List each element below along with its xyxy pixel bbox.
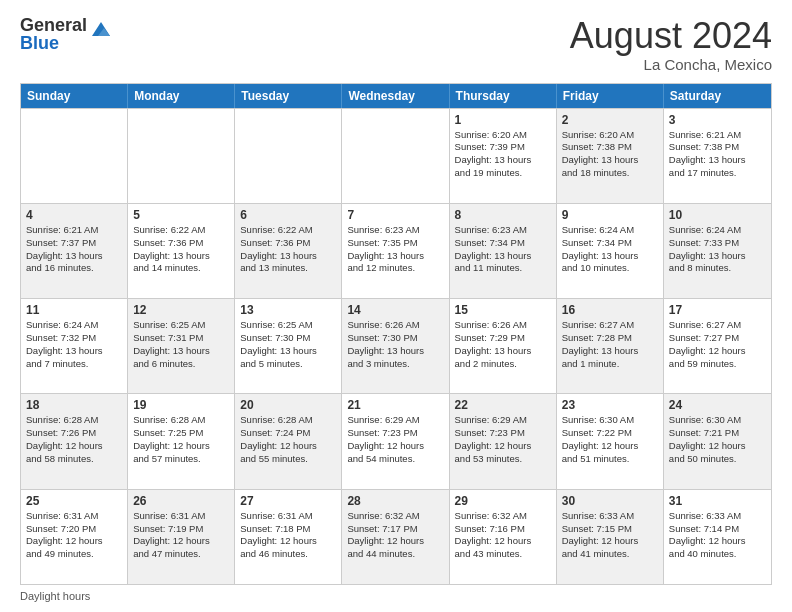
- day-info: Sunrise: 6:24 AM Sunset: 7:33 PM Dayligh…: [669, 224, 766, 275]
- cal-cell: 16Sunrise: 6:27 AM Sunset: 7:28 PM Dayli…: [557, 299, 664, 393]
- day-info: Sunrise: 6:28 AM Sunset: 7:25 PM Dayligh…: [133, 414, 229, 465]
- day-number: 17: [669, 303, 766, 317]
- cal-header-thursday: Thursday: [450, 84, 557, 108]
- day-number: 5: [133, 208, 229, 222]
- cal-row-1: 4Sunrise: 6:21 AM Sunset: 7:37 PM Daylig…: [21, 203, 771, 298]
- calendar-header-row: SundayMondayTuesdayWednesdayThursdayFrid…: [21, 84, 771, 108]
- title-area: August 2024 La Concha, Mexico: [570, 16, 772, 73]
- day-number: 20: [240, 398, 336, 412]
- cal-cell: 17Sunrise: 6:27 AM Sunset: 7:27 PM Dayli…: [664, 299, 771, 393]
- cal-cell: 30Sunrise: 6:33 AM Sunset: 7:15 PM Dayli…: [557, 490, 664, 584]
- cal-header-sunday: Sunday: [21, 84, 128, 108]
- cal-cell: 29Sunrise: 6:32 AM Sunset: 7:16 PM Dayli…: [450, 490, 557, 584]
- day-info: Sunrise: 6:24 AM Sunset: 7:32 PM Dayligh…: [26, 319, 122, 370]
- main-title: August 2024: [570, 16, 772, 56]
- day-number: 26: [133, 494, 229, 508]
- day-number: 23: [562, 398, 658, 412]
- calendar: SundayMondayTuesdayWednesdayThursdayFrid…: [20, 83, 772, 585]
- cal-row-4: 25Sunrise: 6:31 AM Sunset: 7:20 PM Dayli…: [21, 489, 771, 584]
- day-info: Sunrise: 6:22 AM Sunset: 7:36 PM Dayligh…: [133, 224, 229, 275]
- cal-row-0: 1Sunrise: 6:20 AM Sunset: 7:39 PM Daylig…: [21, 108, 771, 203]
- cal-cell: 28Sunrise: 6:32 AM Sunset: 7:17 PM Dayli…: [342, 490, 449, 584]
- cal-cell: 10Sunrise: 6:24 AM Sunset: 7:33 PM Dayli…: [664, 204, 771, 298]
- day-number: 22: [455, 398, 551, 412]
- header: General Blue August 2024 La Concha, Mexi…: [20, 16, 772, 73]
- day-info: Sunrise: 6:30 AM Sunset: 7:22 PM Dayligh…: [562, 414, 658, 465]
- day-info: Sunrise: 6:28 AM Sunset: 7:26 PM Dayligh…: [26, 414, 122, 465]
- day-info: Sunrise: 6:31 AM Sunset: 7:19 PM Dayligh…: [133, 510, 229, 561]
- day-number: 18: [26, 398, 122, 412]
- cal-row-2: 11Sunrise: 6:24 AM Sunset: 7:32 PM Dayli…: [21, 298, 771, 393]
- cal-cell: 22Sunrise: 6:29 AM Sunset: 7:23 PM Dayli…: [450, 394, 557, 488]
- day-info: Sunrise: 6:33 AM Sunset: 7:15 PM Dayligh…: [562, 510, 658, 561]
- day-info: Sunrise: 6:20 AM Sunset: 7:39 PM Dayligh…: [455, 129, 551, 180]
- day-info: Sunrise: 6:28 AM Sunset: 7:24 PM Dayligh…: [240, 414, 336, 465]
- day-number: 12: [133, 303, 229, 317]
- cal-cell: 27Sunrise: 6:31 AM Sunset: 7:18 PM Dayli…: [235, 490, 342, 584]
- logo-icon: [90, 18, 112, 40]
- cal-cell: 18Sunrise: 6:28 AM Sunset: 7:26 PM Dayli…: [21, 394, 128, 488]
- cal-header-friday: Friday: [557, 84, 664, 108]
- logo: General Blue: [20, 16, 112, 52]
- day-info: Sunrise: 6:31 AM Sunset: 7:18 PM Dayligh…: [240, 510, 336, 561]
- cal-header-saturday: Saturday: [664, 84, 771, 108]
- cal-cell: 1Sunrise: 6:20 AM Sunset: 7:39 PM Daylig…: [450, 109, 557, 203]
- day-number: 2: [562, 113, 658, 127]
- day-number: 13: [240, 303, 336, 317]
- day-info: Sunrise: 6:23 AM Sunset: 7:35 PM Dayligh…: [347, 224, 443, 275]
- day-number: 21: [347, 398, 443, 412]
- day-number: 8: [455, 208, 551, 222]
- day-info: Sunrise: 6:26 AM Sunset: 7:29 PM Dayligh…: [455, 319, 551, 370]
- day-info: Sunrise: 6:24 AM Sunset: 7:34 PM Dayligh…: [562, 224, 658, 275]
- day-number: 6: [240, 208, 336, 222]
- day-info: Sunrise: 6:27 AM Sunset: 7:28 PM Dayligh…: [562, 319, 658, 370]
- cal-cell: [342, 109, 449, 203]
- cal-header-wednesday: Wednesday: [342, 84, 449, 108]
- day-info: Sunrise: 6:33 AM Sunset: 7:14 PM Dayligh…: [669, 510, 766, 561]
- day-number: 3: [669, 113, 766, 127]
- day-number: 29: [455, 494, 551, 508]
- day-number: 25: [26, 494, 122, 508]
- day-number: 11: [26, 303, 122, 317]
- day-info: Sunrise: 6:20 AM Sunset: 7:38 PM Dayligh…: [562, 129, 658, 180]
- day-number: 30: [562, 494, 658, 508]
- cal-cell: 15Sunrise: 6:26 AM Sunset: 7:29 PM Dayli…: [450, 299, 557, 393]
- cal-cell: 3Sunrise: 6:21 AM Sunset: 7:38 PM Daylig…: [664, 109, 771, 203]
- cal-cell: 6Sunrise: 6:22 AM Sunset: 7:36 PM Daylig…: [235, 204, 342, 298]
- cal-cell: 23Sunrise: 6:30 AM Sunset: 7:22 PM Dayli…: [557, 394, 664, 488]
- cal-cell: 12Sunrise: 6:25 AM Sunset: 7:31 PM Dayli…: [128, 299, 235, 393]
- day-info: Sunrise: 6:29 AM Sunset: 7:23 PM Dayligh…: [455, 414, 551, 465]
- cal-cell: 4Sunrise: 6:21 AM Sunset: 7:37 PM Daylig…: [21, 204, 128, 298]
- day-number: 10: [669, 208, 766, 222]
- cal-cell: [235, 109, 342, 203]
- day-info: Sunrise: 6:32 AM Sunset: 7:17 PM Dayligh…: [347, 510, 443, 561]
- day-info: Sunrise: 6:22 AM Sunset: 7:36 PM Dayligh…: [240, 224, 336, 275]
- day-number: 19: [133, 398, 229, 412]
- cal-cell: 14Sunrise: 6:26 AM Sunset: 7:30 PM Dayli…: [342, 299, 449, 393]
- day-number: 31: [669, 494, 766, 508]
- cal-cell: 9Sunrise: 6:24 AM Sunset: 7:34 PM Daylig…: [557, 204, 664, 298]
- day-number: 28: [347, 494, 443, 508]
- day-info: Sunrise: 6:30 AM Sunset: 7:21 PM Dayligh…: [669, 414, 766, 465]
- cal-cell: 25Sunrise: 6:31 AM Sunset: 7:20 PM Dayli…: [21, 490, 128, 584]
- day-info: Sunrise: 6:26 AM Sunset: 7:30 PM Dayligh…: [347, 319, 443, 370]
- cal-cell: [128, 109, 235, 203]
- day-number: 16: [562, 303, 658, 317]
- day-info: Sunrise: 6:27 AM Sunset: 7:27 PM Dayligh…: [669, 319, 766, 370]
- day-info: Sunrise: 6:23 AM Sunset: 7:34 PM Dayligh…: [455, 224, 551, 275]
- footer: Daylight hours: [20, 590, 772, 602]
- day-info: Sunrise: 6:21 AM Sunset: 7:38 PM Dayligh…: [669, 129, 766, 180]
- logo-text: General Blue: [20, 16, 87, 52]
- day-number: 14: [347, 303, 443, 317]
- day-number: 24: [669, 398, 766, 412]
- cal-header-monday: Monday: [128, 84, 235, 108]
- day-number: 15: [455, 303, 551, 317]
- day-info: Sunrise: 6:25 AM Sunset: 7:30 PM Dayligh…: [240, 319, 336, 370]
- subtitle: La Concha, Mexico: [570, 56, 772, 73]
- day-number: 27: [240, 494, 336, 508]
- logo-blue: Blue: [20, 34, 87, 52]
- day-info: Sunrise: 6:31 AM Sunset: 7:20 PM Dayligh…: [26, 510, 122, 561]
- daylight-hours-label: Daylight hours: [20, 590, 90, 602]
- cal-cell: [21, 109, 128, 203]
- day-info: Sunrise: 6:25 AM Sunset: 7:31 PM Dayligh…: [133, 319, 229, 370]
